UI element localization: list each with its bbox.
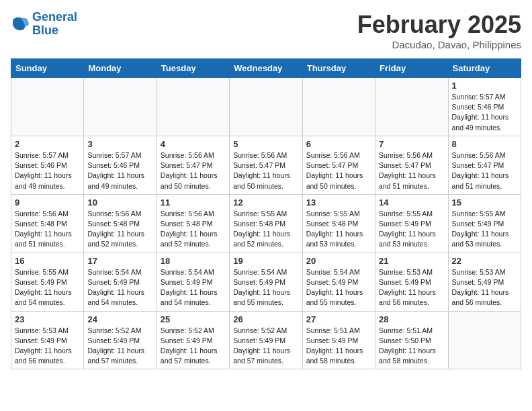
day-number: 20 [306, 256, 371, 266]
calendar-cell: 6Sunrise: 5:56 AM Sunset: 5:47 PM Daylig… [302, 136, 375, 194]
day-number: 3 [87, 139, 152, 149]
weekday-header: Wednesday [230, 59, 302, 78]
day-number: 16 [15, 256, 80, 266]
calendar-cell: 16Sunrise: 5:55 AM Sunset: 5:49 PM Dayli… [11, 253, 84, 311]
day-info: Sunrise: 5:53 AM Sunset: 5:49 PM Dayligh… [379, 267, 444, 308]
weekday-header: Friday [375, 59, 448, 78]
day-info: Sunrise: 5:57 AM Sunset: 5:46 PM Dayligh… [452, 92, 517, 133]
weekday-header: Tuesday [157, 59, 229, 78]
day-info: Sunrise: 5:56 AM Sunset: 5:47 PM Dayligh… [452, 150, 517, 191]
day-number: 18 [161, 256, 226, 266]
day-number: 4 [161, 139, 226, 149]
day-info: Sunrise: 5:55 AM Sunset: 5:48 PM Dayligh… [306, 209, 371, 250]
calendar-cell: 1Sunrise: 5:57 AM Sunset: 5:46 PM Daylig… [448, 78, 521, 136]
calendar-cell: 4Sunrise: 5:56 AM Sunset: 5:47 PM Daylig… [157, 136, 229, 194]
calendar-cell: 5Sunrise: 5:56 AM Sunset: 5:47 PM Daylig… [230, 136, 302, 194]
calendar-cell: 25Sunrise: 5:52 AM Sunset: 5:49 PM Dayli… [157, 311, 229, 369]
day-info: Sunrise: 5:57 AM Sunset: 5:46 PM Dayligh… [87, 150, 152, 191]
day-info: Sunrise: 5:56 AM Sunset: 5:47 PM Dayligh… [161, 150, 226, 191]
calendar-cell: 3Sunrise: 5:57 AM Sunset: 5:46 PM Daylig… [84, 136, 157, 194]
calendar-cell: 8Sunrise: 5:56 AM Sunset: 5:47 PM Daylig… [448, 136, 521, 194]
day-info: Sunrise: 5:55 AM Sunset: 5:48 PM Dayligh… [233, 209, 298, 250]
calendar-cell: 13Sunrise: 5:55 AM Sunset: 5:48 PM Dayli… [302, 194, 375, 253]
day-info: Sunrise: 5:54 AM Sunset: 5:49 PM Dayligh… [161, 267, 226, 308]
day-number: 22 [452, 256, 517, 266]
day-info: Sunrise: 5:53 AM Sunset: 5:49 PM Dayligh… [15, 326, 80, 367]
day-info: Sunrise: 5:52 AM Sunset: 5:49 PM Dayligh… [87, 326, 152, 367]
week-row-5: 23Sunrise: 5:53 AM Sunset: 5:49 PM Dayli… [11, 311, 521, 369]
weekday-header: Sunday [11, 59, 84, 78]
logo: General Blue [11, 11, 77, 38]
calendar-cell: 11Sunrise: 5:56 AM Sunset: 5:48 PM Dayli… [157, 194, 229, 253]
calendar-cell [302, 78, 375, 136]
day-info: Sunrise: 5:51 AM Sunset: 5:50 PM Dayligh… [379, 326, 444, 367]
day-number: 27 [306, 314, 371, 324]
calendar-cell [157, 78, 229, 136]
day-info: Sunrise: 5:56 AM Sunset: 5:48 PM Dayligh… [161, 209, 226, 250]
weekday-header: Thursday [302, 59, 375, 78]
calendar-cell [375, 78, 448, 136]
day-number: 10 [87, 197, 152, 208]
day-info: Sunrise: 5:57 AM Sunset: 5:46 PM Dayligh… [15, 150, 80, 191]
calendar-cell: 7Sunrise: 5:56 AM Sunset: 5:47 PM Daylig… [375, 136, 448, 194]
calendar-cell: 15Sunrise: 5:55 AM Sunset: 5:49 PM Dayli… [448, 194, 521, 253]
day-info: Sunrise: 5:56 AM Sunset: 5:48 PM Dayligh… [87, 209, 152, 250]
calendar-cell: 2Sunrise: 5:57 AM Sunset: 5:46 PM Daylig… [11, 136, 84, 194]
day-number: 21 [379, 256, 444, 266]
day-info: Sunrise: 5:52 AM Sunset: 5:49 PM Dayligh… [233, 326, 298, 367]
day-number: 19 [233, 256, 298, 266]
day-info: Sunrise: 5:55 AM Sunset: 5:49 PM Dayligh… [379, 209, 444, 250]
calendar-cell: 17Sunrise: 5:54 AM Sunset: 5:49 PM Dayli… [84, 253, 157, 311]
day-number: 11 [161, 197, 226, 208]
day-number: 12 [233, 197, 298, 208]
week-row-4: 16Sunrise: 5:55 AM Sunset: 5:49 PM Dayli… [11, 253, 521, 311]
calendar-cell: 20Sunrise: 5:54 AM Sunset: 5:49 PM Dayli… [302, 253, 375, 311]
weekday-header-row: SundayMondayTuesdayWednesdayThursdayFrid… [11, 59, 521, 78]
day-info: Sunrise: 5:54 AM Sunset: 5:49 PM Dayligh… [233, 267, 298, 308]
day-number: 9 [15, 197, 80, 208]
day-number: 8 [452, 139, 517, 149]
day-number: 5 [233, 139, 298, 149]
day-number: 7 [379, 139, 444, 149]
calendar-cell [11, 78, 84, 136]
calendar-cell [84, 78, 157, 136]
day-info: Sunrise: 5:56 AM Sunset: 5:47 PM Dayligh… [233, 150, 298, 191]
day-info: Sunrise: 5:55 AM Sunset: 5:49 PM Dayligh… [452, 209, 517, 250]
calendar-cell: 14Sunrise: 5:55 AM Sunset: 5:49 PM Dayli… [375, 194, 448, 253]
day-number: 23 [15, 314, 80, 324]
day-info: Sunrise: 5:55 AM Sunset: 5:49 PM Dayligh… [15, 267, 80, 308]
month-title: February 2025 [357, 11, 521, 39]
day-info: Sunrise: 5:53 AM Sunset: 5:49 PM Dayligh… [452, 267, 517, 308]
day-number: 1 [452, 81, 517, 91]
day-number: 15 [452, 197, 517, 208]
day-info: Sunrise: 5:56 AM Sunset: 5:48 PM Dayligh… [15, 209, 80, 250]
day-info: Sunrise: 5:56 AM Sunset: 5:47 PM Dayligh… [379, 150, 444, 191]
calendar-cell: 24Sunrise: 5:52 AM Sunset: 5:49 PM Dayli… [84, 311, 157, 369]
day-info: Sunrise: 5:54 AM Sunset: 5:49 PM Dayligh… [306, 267, 371, 308]
logo-icon [11, 15, 30, 34]
calendar-cell: 19Sunrise: 5:54 AM Sunset: 5:49 PM Dayli… [230, 253, 302, 311]
calendar-cell [448, 311, 521, 369]
calendar-cell: 26Sunrise: 5:52 AM Sunset: 5:49 PM Dayli… [230, 311, 302, 369]
day-info: Sunrise: 5:54 AM Sunset: 5:49 PM Dayligh… [87, 267, 152, 308]
day-number: 25 [161, 314, 226, 324]
calendar-cell: 21Sunrise: 5:53 AM Sunset: 5:49 PM Dayli… [375, 253, 448, 311]
day-info: Sunrise: 5:56 AM Sunset: 5:47 PM Dayligh… [306, 150, 371, 191]
calendar-cell: 18Sunrise: 5:54 AM Sunset: 5:49 PM Dayli… [157, 253, 229, 311]
calendar-cell: 22Sunrise: 5:53 AM Sunset: 5:49 PM Dayli… [448, 253, 521, 311]
calendar-cell: 27Sunrise: 5:51 AM Sunset: 5:49 PM Dayli… [302, 311, 375, 369]
weekday-header: Monday [84, 59, 157, 78]
day-number: 28 [379, 314, 444, 324]
day-number: 13 [306, 197, 371, 208]
calendar-cell: 23Sunrise: 5:53 AM Sunset: 5:49 PM Dayli… [11, 311, 84, 369]
weekday-header: Saturday [448, 59, 521, 78]
week-row-2: 2Sunrise: 5:57 AM Sunset: 5:46 PM Daylig… [11, 136, 521, 194]
day-number: 6 [306, 139, 371, 149]
week-row-3: 9Sunrise: 5:56 AM Sunset: 5:48 PM Daylig… [11, 194, 521, 253]
day-number: 14 [379, 197, 444, 208]
day-number: 17 [87, 256, 152, 266]
day-number: 2 [15, 139, 80, 149]
calendar-cell: 9Sunrise: 5:56 AM Sunset: 5:48 PM Daylig… [11, 194, 84, 253]
week-row-1: 1Sunrise: 5:57 AM Sunset: 5:46 PM Daylig… [11, 78, 521, 136]
day-info: Sunrise: 5:52 AM Sunset: 5:49 PM Dayligh… [161, 326, 226, 367]
